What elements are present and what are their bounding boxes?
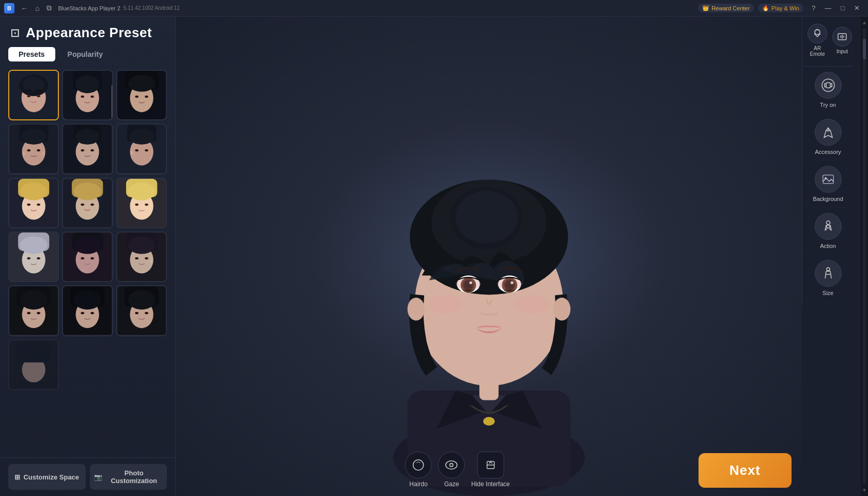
ar-emote-button[interactable]: AR Emote — [805, 21, 829, 60]
svg-point-31 — [37, 149, 40, 151]
window-controls: ? — □ ✕ — [808, 3, 864, 13]
svg-point-66 — [91, 204, 94, 206]
customize-space-button[interactable]: ⊞ Customize Space — [8, 464, 86, 490]
preset-item-6[interactable] — [116, 123, 167, 174]
gaze-button[interactable]: Gaze — [438, 452, 465, 488]
preset-item-8[interactable] — [62, 178, 113, 228]
size-button[interactable]: Size — [802, 255, 854, 302]
svg-point-3 — [23, 76, 44, 92]
preset-item-1[interactable] — [8, 70, 59, 120]
action-label: Action — [820, 243, 836, 249]
svg-point-106 — [27, 312, 30, 314]
svg-point-41 — [91, 149, 94, 151]
svg-point-151 — [553, 298, 570, 321]
svg-point-6 — [27, 95, 30, 97]
svg-point-40 — [81, 149, 84, 151]
svg-point-114 — [81, 312, 84, 314]
svg-point-111 — [74, 290, 101, 310]
accessory-button[interactable]: Accessory — [802, 114, 854, 161]
try-on-label: Try on — [820, 102, 836, 108]
preset-item-12[interactable] — [116, 231, 167, 282]
hide-interface-button[interactable]: Hide Interface — [471, 452, 510, 488]
svg-point-115 — [91, 312, 94, 314]
left-panel: ⊡ Appearance Preset Presets Popularity — [0, 17, 176, 496]
scroll-up-button[interactable]: ▲ — [861, 19, 868, 26]
gaze-label: Gaze — [444, 481, 459, 488]
svg-point-11 — [75, 75, 100, 93]
nav-home-button[interactable]: ⌂ — [32, 3, 42, 13]
customize-space-label: Customize Space — [23, 473, 79, 481]
accessory-icon — [815, 119, 842, 146]
svg-point-15 — [91, 96, 94, 98]
input-label: Input — [836, 49, 848, 54]
preset-item-10[interactable] — [8, 231, 59, 282]
customize-space-icon: ⊞ — [14, 473, 20, 481]
svg-point-166 — [826, 221, 830, 225]
input-button[interactable]: Input — [830, 24, 854, 57]
popularity-tab[interactable]: Popularity — [57, 47, 113, 61]
preset-item-4[interactable] — [8, 123, 59, 174]
next-button[interactable]: Next — [699, 453, 792, 488]
action-button[interactable]: Action — [802, 208, 854, 255]
ar-emote-label: AR Emote — [808, 45, 827, 57]
preset-item-14[interactable] — [62, 285, 113, 336]
play-win-badge[interactable]: 🔥 Play & Win — [758, 4, 803, 12]
svg-point-74 — [145, 204, 148, 206]
presets-tab[interactable]: Presets — [8, 47, 55, 61]
svg-point-49 — [145, 149, 148, 151]
background-button[interactable]: Background — [802, 161, 854, 208]
photo-customization-label: Photo Customization — [105, 469, 163, 485]
svg-point-97 — [135, 257, 138, 259]
svg-point-22 — [135, 96, 138, 98]
try-on-button[interactable]: Try on — [802, 67, 854, 114]
accessory-label: Accessory — [815, 149, 841, 155]
svg-point-73 — [135, 204, 138, 206]
svg-point-54 — [20, 182, 48, 200]
svg-point-33 — [42, 152, 45, 156]
preset-tabs: Presets Popularity — [8, 47, 167, 61]
preset-item-2[interactable] — [62, 70, 113, 120]
center-area: Hairdo Gaze — [176, 17, 802, 496]
action-icon — [815, 213, 842, 240]
play-win-label: Play & Win — [771, 5, 799, 11]
maximize-button[interactable]: □ — [836, 3, 849, 13]
preset-item-5[interactable] — [62, 123, 113, 174]
reward-center-badge[interactable]: 👑 Reward Center — [698, 4, 754, 12]
hide-interface-icon — [477, 452, 504, 478]
hairdo-icon — [405, 452, 432, 478]
toolbar-top: AR Emote Input — [802, 21, 854, 67]
nav-back-button[interactable]: ← — [18, 3, 31, 13]
preset-item-13[interactable] — [8, 285, 59, 336]
help-button[interactable]: ? — [808, 3, 819, 13]
preset-grid — [0, 68, 175, 457]
gaze-icon — [438, 452, 465, 478]
hairdo-button[interactable]: Hairdo — [405, 452, 432, 488]
scrollbar-track[interactable] — [863, 28, 866, 484]
preset-item-9[interactable] — [116, 178, 167, 228]
bottom-action-bar: ⊞ Customize Space 📷 Photo Customization — [0, 457, 175, 496]
preset-item-3[interactable] — [116, 70, 167, 120]
svg-point-62 — [74, 182, 101, 200]
svg-point-58 — [37, 204, 40, 206]
svg-point-14 — [81, 96, 84, 98]
appearance-preset-icon: ⊡ — [10, 26, 20, 40]
minimize-button[interactable]: — — [820, 3, 835, 13]
svg-point-86 — [74, 237, 101, 254]
titlebar-right: 👑 Reward Center 🔥 Play & Win ? — □ ✕ — [698, 3, 864, 13]
photo-customization-button[interactable]: 📷 Photo Customization — [90, 464, 167, 490]
svg-point-45 — [129, 129, 154, 145]
svg-point-122 — [135, 312, 138, 314]
scroll-down-button[interactable]: ▼ — [861, 486, 868, 494]
input-icon — [832, 27, 852, 47]
svg-rect-162 — [826, 83, 830, 88]
svg-point-165 — [825, 177, 827, 179]
svg-point-148 — [429, 295, 462, 314]
preset-item-11[interactable] — [62, 231, 113, 282]
close-button[interactable]: ✕ — [850, 3, 864, 13]
svg-point-7 — [37, 95, 40, 97]
preset-item-15[interactable] — [116, 285, 167, 336]
preset-item-16[interactable] — [8, 339, 59, 390]
nav-copy-button[interactable]: ⧉ — [43, 3, 55, 13]
preset-item-7[interactable] — [8, 178, 59, 228]
svg-point-149 — [515, 295, 549, 314]
